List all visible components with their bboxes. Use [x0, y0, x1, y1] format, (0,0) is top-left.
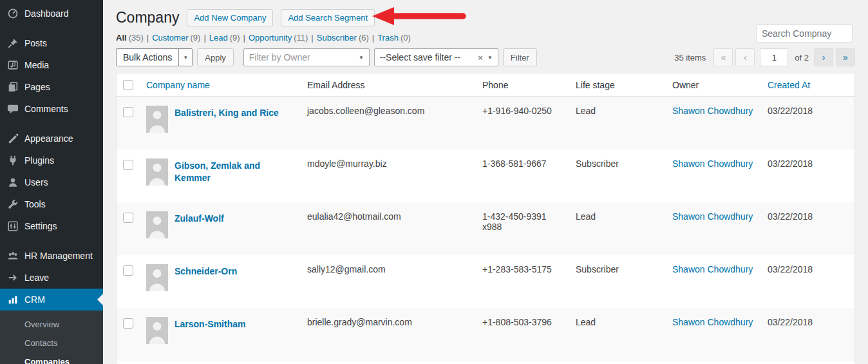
sidebar-item-dashboard[interactable]: Dashboard	[0, 3, 103, 24]
filter-by-owner-select[interactable]: Filter by Owner ▼	[243, 48, 370, 66]
email-cell: sally12@gmail.com	[301, 255, 476, 308]
sidebar-item-plugins[interactable]: Plugins	[0, 149, 103, 171]
company-name-link[interactable]: Balistreri, King and Rice	[175, 108, 279, 118]
crm-submenu: Overview Contacts Companies	[0, 311, 103, 364]
sidebar-item-label: Settings	[24, 221, 57, 231]
row-checkbox[interactable]	[123, 160, 133, 170]
owner-filter-placeholder: Filter by Owner	[249, 52, 359, 62]
company-name-link[interactable]: Zulauf-Wolf	[175, 213, 224, 224]
add-search-segment-button[interactable]: Add Search Segment	[281, 9, 375, 26]
created-at-cell: 03/22/2018	[761, 308, 855, 361]
leave-arrow-icon	[6, 271, 19, 284]
sidebar-item-hr-management[interactable]: HR Management	[0, 245, 103, 267]
view-separator: |	[147, 33, 149, 43]
settings-icon	[6, 220, 19, 233]
email-cell: abshire.madge@macejkovic.com	[301, 361, 476, 364]
save-filter-select[interactable]: --Select save filter -- × ▼	[374, 48, 498, 66]
sidebar-item-tools[interactable]: Tools	[0, 193, 103, 215]
current-page-input[interactable]	[760, 48, 788, 66]
hr-group-icon	[6, 249, 19, 262]
dashboard-icon	[6, 7, 19, 20]
bulk-actions-select[interactable]: Bulk Actions ▾	[116, 48, 193, 66]
submenu-item-overview[interactable]: Overview	[0, 315, 103, 334]
sidebar-item-users[interactable]: Users	[0, 171, 103, 193]
owner-link[interactable]: Shawon Chowdhury	[672, 317, 753, 327]
phone-cell: 241-641-4884	[476, 361, 569, 364]
sidebar-item-crm[interactable]: CRM	[0, 289, 103, 311]
users-icon	[6, 176, 19, 189]
view-count: (6)	[359, 33, 369, 43]
phone-cell: +1-916-940-0250	[476, 97, 569, 150]
sidebar-item-label: Posts	[24, 38, 47, 48]
table-header-row: Company name Email Address Phone Life st…	[117, 73, 855, 97]
pages-icon	[6, 81, 19, 93]
sidebar-item-label: Pages	[24, 82, 50, 92]
email-cell: mdoyle@murray.biz	[301, 149, 476, 202]
sidebar-item-settings[interactable]: Settings	[0, 215, 103, 237]
select-all-checkbox[interactable]	[123, 80, 133, 90]
submenu-item-contacts[interactable]: Contacts	[0, 334, 103, 352]
tools-icon	[6, 198, 19, 211]
sidebar-item-leave[interactable]: Leave	[0, 267, 103, 289]
view-count: (35)	[129, 33, 144, 43]
owner-link[interactable]: Shawon Chowdhury	[672, 158, 753, 169]
search-input[interactable]	[756, 24, 853, 43]
view-trash[interactable]: Trash	[377, 33, 399, 43]
sidebar-item-label: Leave	[24, 273, 49, 283]
sidebar-item-media[interactable]: Media	[0, 54, 103, 76]
view-subscriber[interactable]: Subscriber	[317, 33, 357, 43]
filter-button[interactable]: Filter	[503, 48, 537, 66]
view-customer[interactable]: Customer	[152, 33, 188, 43]
main-content: Company Add New Company Add Search Segme…	[103, 0, 868, 364]
column-company-name[interactable]: Company name	[146, 80, 210, 90]
phone-cell: 1-368-581-9667	[476, 149, 569, 202]
table-row: Larson-Smitham brielle.grady@marvin.com …	[117, 308, 855, 361]
sidebar-item-appearance[interactable]: Appearance	[0, 128, 103, 149]
sidebar-item-comments[interactable]: Comments	[0, 98, 103, 120]
view-all[interactable]: All	[116, 33, 127, 43]
chevron-down-icon: ▾	[178, 49, 192, 66]
clear-selection-icon[interactable]: ×	[478, 53, 483, 62]
next-page-button[interactable]: ›	[814, 48, 833, 66]
row-checkbox[interactable]	[123, 213, 133, 223]
company-name-link[interactable]: Schneider-Orn	[175, 266, 237, 276]
row-checkbox[interactable]	[123, 265, 133, 276]
submenu-item-companies[interactable]: Companies	[0, 352, 103, 364]
company-avatar	[146, 211, 168, 238]
prev-page-button: ‹	[735, 48, 755, 66]
sidebar-item-label: Appearance	[24, 133, 73, 144]
created-at-cell: 03/22/2018	[761, 361, 855, 364]
company-name-link[interactable]: Gibson, Zemlak and Kemmer	[175, 160, 260, 183]
view-separator: |	[203, 33, 205, 43]
sidebar-item-label: HR Management	[24, 251, 93, 261]
owner-link[interactable]: Shawon Chowdhury	[672, 264, 753, 274]
view-lead[interactable]: Lead	[209, 33, 228, 43]
sidebar-item-label: Dashboard	[24, 8, 69, 19]
column-created-at[interactable]: Created At	[768, 80, 810, 90]
row-checkbox[interactable]	[123, 318, 133, 329]
life-stage-cell: Lead	[569, 308, 666, 361]
media-icon	[6, 59, 19, 72]
created-at-cell: 03/22/2018	[761, 149, 855, 202]
sidebar-item-pages[interactable]: Pages	[0, 76, 103, 98]
table-row: Balistreri, King and Rice jacobs.colleen…	[117, 97, 855, 150]
add-new-company-button[interactable]: Add New Company	[187, 9, 273, 26]
owner-link[interactable]: Shawon Chowdhury	[672, 211, 753, 222]
owner-link[interactable]: Shawon Chowdhury	[672, 106, 753, 116]
company-name-link[interactable]: Larson-Smitham	[175, 319, 245, 329]
company-avatar	[146, 317, 168, 344]
sidebar-item-label: CRM	[24, 294, 45, 305]
row-checkbox[interactable]	[123, 107, 133, 117]
list-view-filters: All(35) | Customer(9) | Lead(9) | Opport…	[116, 33, 855, 43]
view-opportunity[interactable]: Opportunity	[249, 33, 292, 43]
comment-icon	[6, 102, 19, 115]
appearance-icon	[6, 132, 19, 145]
last-page-button[interactable]: »	[836, 48, 855, 66]
column-email: Email Address	[301, 73, 476, 97]
page-title: Company	[116, 8, 179, 27]
pin-icon	[6, 37, 19, 50]
apply-button[interactable]: Apply	[197, 48, 234, 66]
company-avatar	[146, 106, 168, 133]
table-row: Gibson, Zemlak and Kemmer mdoyle@murray.…	[117, 149, 855, 202]
sidebar-item-posts[interactable]: Posts	[0, 32, 103, 54]
